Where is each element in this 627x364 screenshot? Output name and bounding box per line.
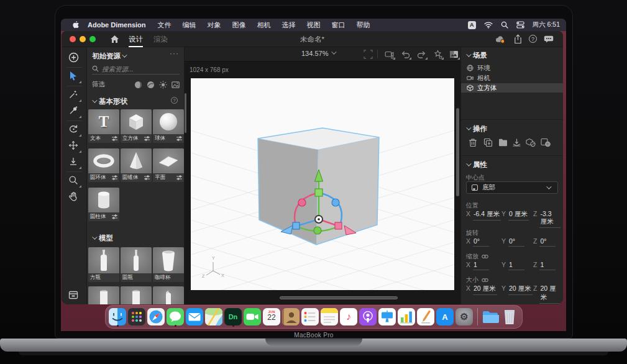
asset-search[interactable]	[92, 63, 180, 75]
apple-logo-icon[interactable]	[71, 20, 80, 29]
vertical-scrollbar[interactable]	[456, 108, 459, 196]
fit-canvas-icon[interactable]	[364, 50, 373, 59]
assets-overflow-menu-icon[interactable]: ···	[170, 49, 179, 58]
assets-panel-title[interactable]: 初始资源	[92, 52, 121, 61]
save-camera-bookmark-icon[interactable]	[433, 50, 442, 59]
asset-tile-round-bottle[interactable]: 圆瓶	[121, 247, 152, 282]
dock-item-calendar[interactable]: JUN22	[263, 306, 281, 327]
artboard[interactable]: Y Z X	[191, 78, 454, 290]
shape-settings-icon[interactable]	[112, 175, 117, 180]
menubar-app-name[interactable]: Adobe Dimension	[80, 21, 152, 29]
duplicate-icon[interactable]	[483, 138, 493, 147]
zoom-tool[interactable]	[68, 175, 80, 187]
scale-z-field[interactable]: 1	[539, 261, 556, 270]
size-y-field[interactable]: 20 厘米	[508, 284, 533, 295]
sampler-tool[interactable]	[68, 106, 80, 117]
dock-item-maps[interactable]	[205, 306, 223, 327]
sync-cloud-warning-icon[interactable]	[494, 35, 506, 43]
rotation-y-field[interactable]: 0°	[508, 237, 524, 247]
control-center-icon[interactable]	[516, 21, 524, 29]
shape-settings-icon[interactable]	[176, 136, 182, 141]
shape-settings-icon[interactable]	[112, 214, 117, 219]
drop-to-ground-tool[interactable]	[68, 157, 80, 168]
select-tool[interactable]	[68, 71, 80, 83]
menu-select[interactable]: 选择	[277, 20, 301, 30]
move-tool[interactable]	[68, 140, 80, 152]
size-x-field[interactable]: 20 厘米	[473, 284, 497, 295]
asset-search-input[interactable]	[102, 65, 170, 73]
section-help-icon[interactable]: ?	[171, 97, 178, 104]
asset-tile-plane[interactable]: 平面	[153, 148, 184, 182]
asset-tile-can[interactable]	[88, 286, 119, 304]
properties-section-title[interactable]: 属性	[473, 160, 487, 170]
close-window-button[interactable]	[70, 36, 76, 42]
pivot-dropdown[interactable]: 底部	[466, 181, 558, 194]
asset-tile-cone[interactable]: 圆锥体	[121, 148, 152, 182]
dock-item-messages[interactable]	[167, 306, 185, 327]
scene-section-title[interactable]: 场景	[473, 51, 487, 60]
rotation-z-field[interactable]: 0°	[539, 237, 556, 247]
shape-settings-icon[interactable]	[144, 175, 150, 180]
scene-item-camera[interactable]: 相机	[461, 73, 563, 83]
dock-item-notes[interactable]	[321, 306, 339, 327]
maximize-window-button[interactable]	[89, 36, 96, 42]
rotation-x-field[interactable]: 0°	[473, 237, 489, 247]
scene-item-cube[interactable]: 立方体	[461, 83, 563, 93]
undo-camera-move-icon[interactable]	[401, 50, 410, 59]
magic-wand-tool[interactable]	[68, 89, 80, 101]
apply-material-icon[interactable]	[526, 138, 535, 147]
dock-item-safari[interactable]	[147, 306, 165, 327]
scale-x-field[interactable]: 1	[473, 261, 489, 270]
dock-item-launchpad[interactable]	[128, 306, 146, 327]
menu-help[interactable]: 帮助	[351, 20, 376, 30]
dock-item-keynote[interactable]	[378, 306, 396, 327]
basic-shapes-section-title[interactable]: 基本形状	[99, 97, 127, 106]
asset-tile-square-bottle[interactable]: 方瓶	[88, 247, 119, 282]
delete-icon[interactable]	[469, 138, 478, 147]
asset-tile-carton[interactable]	[153, 286, 184, 304]
canvas-area[interactable]: 134.57%	[185, 47, 460, 304]
dock-item-downloads-folder[interactable]	[482, 306, 500, 327]
shape-settings-icon[interactable]	[112, 136, 117, 141]
dock-item-numbers[interactable]	[398, 306, 416, 327]
filter-lights-icon[interactable]	[159, 81, 167, 89]
camera-bookmark-icon[interactable]	[385, 50, 394, 59]
group-folder-icon[interactable]	[498, 139, 508, 148]
menu-edit[interactable]: 编辑	[177, 20, 202, 30]
share-icon[interactable]	[514, 34, 522, 44]
dock-item-system-preferences[interactable]: ⚙	[455, 306, 474, 327]
menu-object[interactable]: 对象	[202, 20, 227, 30]
asset-tile-text[interactable]: T 文本	[88, 109, 119, 143]
tab-render[interactable]: 渲染	[153, 31, 168, 47]
dock-item-podcasts[interactable]	[359, 306, 377, 327]
zoom-level-dropdown[interactable]: 134.57%	[301, 50, 335, 57]
pan-hand-tool[interactable]	[68, 191, 80, 203]
drop-to-ground-action-icon[interactable]	[512, 138, 521, 147]
dock-item-appstore[interactable]: A	[436, 306, 454, 327]
render-preview-icon[interactable]	[449, 50, 459, 59]
size-z-field[interactable]: 20 厘米	[539, 284, 561, 304]
help-icon[interactable]: ?	[529, 35, 537, 43]
dock-item-mail[interactable]	[186, 306, 204, 327]
orbit-tool[interactable]	[68, 124, 80, 136]
feedback-icon[interactable]	[544, 35, 554, 43]
menu-file[interactable]: 文件	[152, 20, 177, 30]
scale-y-field[interactable]: 1	[508, 261, 524, 270]
actions-section-title[interactable]: 操作	[473, 124, 487, 134]
dock-item-reminders[interactable]	[301, 306, 319, 327]
home-icon[interactable]	[110, 35, 119, 43]
add-content-button[interactable]	[68, 52, 80, 64]
wifi-icon[interactable]	[484, 22, 493, 29]
canvas-tools-tray-icon[interactable]	[68, 291, 80, 303]
redo-camera-move-icon[interactable]	[417, 50, 426, 59]
models-section-title[interactable]: 模型	[99, 234, 113, 243]
filter-images-icon[interactable]	[172, 81, 180, 89]
horizontal-scrollbar[interactable]	[280, 296, 398, 299]
dock-item-dimension[interactable]: Dn	[224, 306, 242, 327]
asset-tile-cube[interactable]: 立方体	[121, 109, 152, 143]
minimize-window-button[interactable]	[80, 36, 86, 42]
asset-tile-cylinder[interactable]: 圆柱体	[88, 188, 119, 221]
position-x-field[interactable]: -6.4 厘米	[473, 210, 501, 221]
left-scrollbar[interactable]	[185, 93, 186, 133]
menu-window[interactable]: 窗口	[326, 20, 351, 30]
